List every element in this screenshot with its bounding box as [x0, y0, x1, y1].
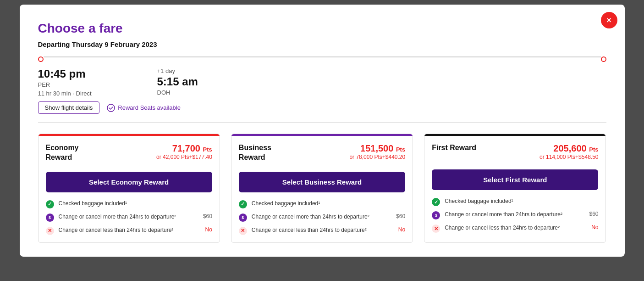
- fare-card-header-business: BusinessReward151,500 Ptsor 78,000 Pts+$…: [231, 134, 413, 167]
- fare-cards: EconomyReward71,700 Ptsor 42,000 Pts+$17…: [38, 134, 606, 243]
- depart-label: Departing Thursday 9 February 2023: [38, 40, 606, 48]
- feature-text-business-1: Change or cancel more than 24hrs to depa…: [252, 213, 391, 221]
- feature-price-first-2: No: [591, 224, 598, 230]
- fare-card-header-economy: EconomyReward71,700 Ptsor 42,000 Pts+$17…: [39, 134, 220, 167]
- fare-features-first: ✓Checked baggage included¹$Change or can…: [424, 197, 605, 240]
- plus-day: +1 day: [157, 67, 240, 74]
- arrive-dot: [601, 56, 606, 62]
- fare-pts-unit-first: Pts: [588, 146, 599, 153]
- fare-pts-or-economy: or 42,000 Pts+$177.40: [156, 154, 212, 160]
- dollar-icon-economy-1: $: [46, 214, 54, 222]
- dollar-icon-business-1: $: [239, 214, 247, 222]
- feature-price-economy-2: No: [205, 226, 212, 233]
- depart-time: 10:45 pm: [38, 67, 148, 80]
- fare-pts-or-business: or 78,000 Pts+$440.20: [349, 154, 405, 160]
- feature-price-first-1: $60: [589, 211, 598, 217]
- feature-text-economy-0: Checked baggage included¹: [59, 200, 212, 208]
- feature-price-business-2: No: [398, 226, 405, 233]
- feature-row-business-2: ✕Change or cancel less than 24hrs to dep…: [239, 226, 405, 235]
- x-icon-business-2: ✕: [239, 227, 247, 235]
- flight-timeline: [38, 56, 606, 62]
- modal-overlay: × Choose a fare Departing Thursday 9 Feb…: [0, 0, 644, 281]
- flight-duration: 11 hr 30 min · Direct: [38, 90, 148, 97]
- x-icon-economy-2: ✕: [46, 227, 54, 235]
- arrive-block: +1 day 5:15 am DOH: [148, 67, 240, 96]
- x-icon-first-2: ✕: [432, 225, 440, 233]
- check-icon-first-0: ✓: [432, 198, 440, 206]
- feature-text-first-2: Change or cancel less than 24hrs to depa…: [445, 224, 587, 232]
- fare-modal: × Choose a fare Departing Thursday 9 Feb…: [20, 5, 625, 257]
- feature-price-economy-1: $60: [203, 213, 212, 219]
- fare-card-first: First Reward205,600 Ptsor 114,000 Pts+$5…: [424, 134, 606, 243]
- feature-row-first-1: $Change or cancel more than 24hrs to dep…: [432, 211, 598, 219]
- fare-pts-main-business: 151,500: [360, 143, 393, 153]
- flight-meta-row: Show flight details Reward Seats availab…: [38, 101, 606, 114]
- feature-text-first-1: Change or cancel more than 24hrs to depa…: [445, 211, 584, 219]
- fare-points-economy: 71,700 Ptsor 42,000 Pts+$177.40: [156, 143, 212, 160]
- feature-text-economy-2: Change or cancel less than 24hrs to depa…: [59, 226, 201, 234]
- dollar-icon-first-1: $: [432, 211, 440, 219]
- reward-seats-label: Reward Seats available: [118, 104, 181, 111]
- fare-card-economy: EconomyReward71,700 Ptsor 42,000 Pts+$17…: [38, 134, 220, 243]
- feature-price-business-1: $60: [396, 213, 405, 219]
- arrive-time: 5:15 am: [157, 75, 240, 88]
- fare-name-business: BusinessReward: [239, 143, 271, 163]
- fare-card-business: BusinessReward151,500 Ptsor 78,000 Pts+$…: [231, 134, 413, 243]
- feature-text-business-0: Checked baggage included¹: [252, 200, 405, 208]
- fare-pts-main-first: 205,600: [553, 143, 586, 153]
- depart-block: 10:45 pm PER 11 hr 30 min · Direct: [38, 67, 148, 97]
- close-button[interactable]: ×: [601, 12, 617, 28]
- depart-airport: PER: [38, 81, 148, 88]
- feature-row-business-0: ✓Checked baggage included¹: [239, 200, 405, 208]
- arrive-airport: DOH: [157, 89, 240, 96]
- reward-check-icon: [107, 104, 115, 112]
- fare-pts-unit-economy: Pts: [201, 146, 212, 153]
- fare-features-business: ✓Checked baggage included¹$Change or can…: [231, 200, 413, 242]
- close-icon: ×: [606, 16, 611, 25]
- depart-dot: [38, 56, 44, 62]
- feature-row-first-2: ✕Change or cancel less than 24hrs to dep…: [432, 224, 598, 233]
- select-business-button[interactable]: Select Business Reward: [239, 172, 405, 192]
- fare-name-economy: EconomyReward: [46, 143, 79, 163]
- select-economy-button[interactable]: Select Economy Reward: [46, 172, 212, 192]
- fare-name-first: First Reward: [432, 143, 476, 153]
- fare-card-header-first: First Reward205,600 Ptsor 114,000 Pts+$5…: [424, 134, 605, 165]
- show-details-button[interactable]: Show flight details: [38, 101, 100, 114]
- feature-row-economy-2: ✕Change or cancel less than 24hrs to dep…: [46, 226, 212, 235]
- timeline-bar: [44, 56, 601, 57]
- feature-row-first-0: ✓Checked baggage included¹: [432, 197, 598, 206]
- feature-row-economy-1: $Change or cancel more than 24hrs to dep…: [46, 213, 212, 222]
- feature-row-business-1: $Change or cancel more than 24hrs to dep…: [239, 213, 405, 222]
- fare-points-business: 151,500 Ptsor 78,000 Pts+$440.20: [349, 143, 405, 160]
- select-first-button[interactable]: Select First Reward: [432, 169, 598, 190]
- fare-points-first: 205,600 Ptsor 114,000 Pts+$548.50: [539, 143, 598, 160]
- feature-text-economy-1: Change or cancel more than 24hrs to depa…: [59, 213, 198, 221]
- modal-title: Choose a fare: [38, 21, 606, 36]
- feature-text-business-2: Change or cancel less than 24hrs to depa…: [252, 226, 394, 234]
- fare-pts-unit-business: Pts: [394, 146, 405, 153]
- fare-pts-or-first: or 114,000 Pts+$548.50: [539, 154, 598, 160]
- feature-text-first-0: Checked baggage included¹: [445, 197, 598, 205]
- check-icon-business-0: ✓: [239, 200, 247, 208]
- fare-pts-main-economy: 71,700: [172, 143, 200, 153]
- fare-features-economy: ✓Checked baggage included¹$Change or can…: [39, 200, 220, 242]
- reward-seats-badge: Reward Seats available: [107, 104, 181, 112]
- svg-point-0: [107, 104, 115, 112]
- feature-row-economy-0: ✓Checked baggage included¹: [46, 200, 212, 208]
- check-icon-economy-0: ✓: [46, 200, 54, 208]
- divider: [38, 122, 606, 123]
